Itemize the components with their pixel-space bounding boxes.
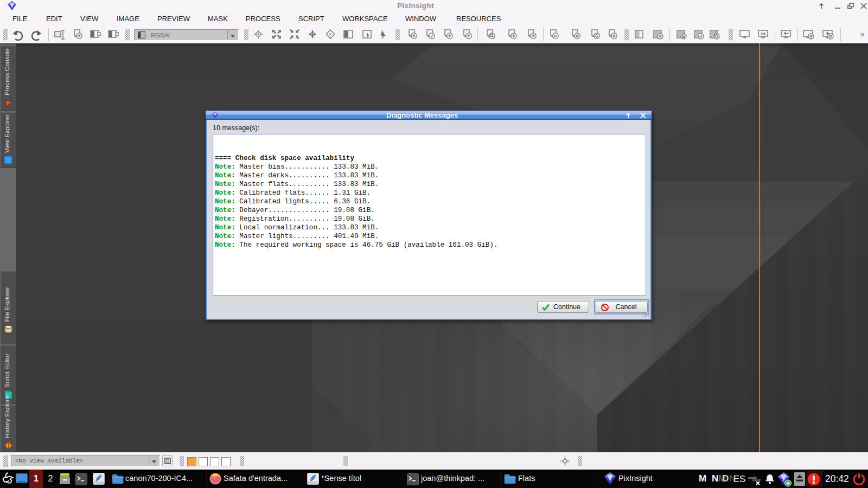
svg-text:»: » xyxy=(860,30,865,38)
svg-text:24: 24 xyxy=(761,31,765,36)
